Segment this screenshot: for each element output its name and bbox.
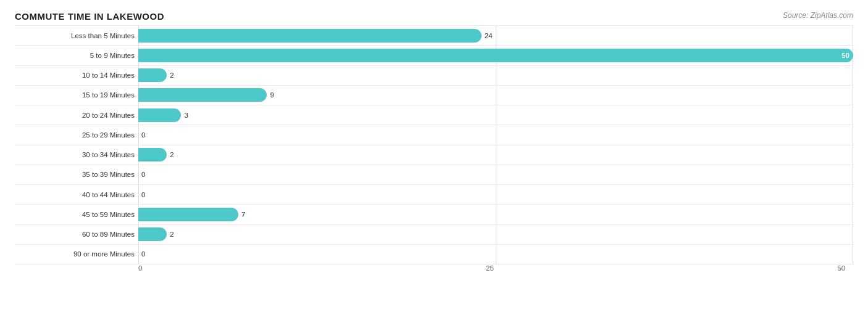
x-tick: 0	[138, 264, 142, 272]
bar-row: 15 to 19 Minutes9	[15, 86, 853, 105]
bar-fill: 9	[138, 88, 267, 102]
bar-label: 25 to 29 Minutes	[15, 131, 138, 139]
bar-fill: 2	[138, 227, 167, 241]
bar-value: 9	[270, 91, 273, 99]
bar-track: 2	[138, 148, 853, 162]
bar-track: 3	[138, 108, 853, 122]
bar-fill: 3	[138, 108, 181, 122]
bar-fill: 2	[138, 68, 167, 82]
bar-row: 60 to 89 Minutes2	[15, 225, 853, 245]
bar-track: 0	[138, 247, 853, 261]
bar-label: Less than 5 Minutes	[15, 32, 138, 39]
bar-value: 0	[141, 191, 145, 198]
bar-track: 0	[138, 188, 853, 202]
bar-label: 90 or more Minutes	[15, 250, 138, 258]
chart-title: COMMUTE TIME IN LAKEWOOD	[15, 11, 853, 22]
source-label: Source: ZipAtlas.com	[783, 11, 853, 20]
bar-track: 9	[138, 88, 853, 102]
bar-value: 0	[141, 250, 145, 258]
bar-value: 0	[141, 171, 145, 178]
bar-row: 10 to 14 Minutes2	[15, 66, 853, 86]
bar-fill: 24	[138, 29, 482, 43]
chart-area: Less than 5 Minutes245 to 9 Minutes5010 …	[15, 25, 853, 282]
bar-value: 2	[170, 231, 173, 238]
bar-row: 20 to 24 Minutes3	[15, 105, 853, 125]
bar-track: 2	[138, 68, 853, 82]
bar-row: Less than 5 Minutes24	[15, 25, 853, 46]
bar-row: 40 to 44 Minutes0	[15, 185, 853, 205]
bar-label: 40 to 44 Minutes	[15, 191, 138, 198]
bar-row: 45 to 59 Minutes7	[15, 205, 853, 224]
bar-label: 35 to 39 Minutes	[15, 171, 138, 178]
bar-fill: 50	[138, 49, 853, 62]
bar-track: 0	[138, 128, 853, 142]
x-axis: 02550	[138, 264, 853, 282]
bar-label: 10 to 14 Minutes	[15, 72, 138, 79]
bar-row: 90 or more Minutes0	[15, 245, 853, 264]
bar-row: 30 to 34 Minutes2	[15, 145, 853, 165]
bar-value: 50	[841, 52, 849, 59]
bar-value: 3	[184, 112, 188, 119]
bar-track: 50	[138, 49, 853, 62]
bar-row: 25 to 29 Minutes0	[15, 125, 853, 145]
bar-fill: 2	[138, 148, 167, 162]
bars-wrapper: Less than 5 Minutes245 to 9 Minutes5010 …	[15, 25, 853, 264]
bar-track: 0	[138, 168, 853, 181]
bar-label: 15 to 19 Minutes	[15, 91, 138, 99]
bar-label: 60 to 89 Minutes	[15, 231, 138, 238]
bar-label: 5 to 9 Minutes	[15, 52, 138, 59]
bar-row: 5 to 9 Minutes50	[15, 46, 853, 65]
bar-track: 2	[138, 227, 853, 241]
bar-fill: 7	[138, 208, 238, 221]
bar-track: 24	[138, 29, 853, 43]
bar-label: 45 to 59 Minutes	[15, 211, 138, 218]
chart-container: COMMUTE TIME IN LAKEWOOD Source: ZipAtla…	[0, 0, 868, 323]
bar-track: 7	[138, 208, 853, 221]
bar-label: 30 to 34 Minutes	[15, 151, 138, 158]
bar-value: 2	[170, 151, 173, 158]
x-tick: 25	[486, 264, 494, 272]
bar-value: 0	[141, 131, 145, 139]
bar-label: 20 to 24 Minutes	[15, 112, 138, 119]
bar-value: 24	[485, 32, 493, 39]
x-tick: 50	[837, 264, 845, 272]
bar-value: 2	[170, 72, 173, 79]
bar-row: 35 to 39 Minutes0	[15, 165, 853, 185]
bar-value: 7	[241, 211, 245, 218]
